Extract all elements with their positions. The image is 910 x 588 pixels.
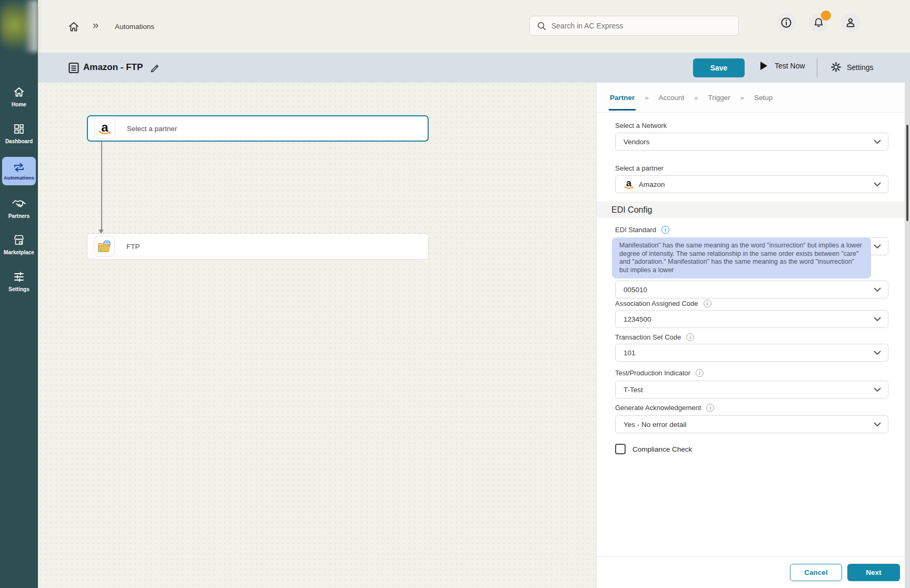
automations-swap-icon bbox=[13, 162, 25, 173]
info-icon[interactable]: i bbox=[696, 369, 704, 377]
sidebar-item-label: Home bbox=[12, 102, 26, 107]
edit-pencil-icon[interactable] bbox=[150, 63, 161, 74]
edi-standard-tooltip: Manifestation" has the same meaning as t… bbox=[612, 237, 871, 278]
compliance-checkbox[interactable] bbox=[615, 444, 626, 454]
page-title: Amazon - FTP bbox=[83, 62, 143, 73]
notifications-button[interactable] bbox=[808, 13, 828, 33]
test-now-button[interactable]: Test Now bbox=[760, 62, 805, 70]
edi-version-select[interactable]: 005010 bbox=[615, 281, 888, 298]
step-separator-icon: » bbox=[740, 94, 744, 102]
gear-icon bbox=[830, 62, 842, 73]
chevron-down-icon bbox=[874, 139, 881, 144]
global-search[interactable] bbox=[529, 16, 739, 36]
app-logo bbox=[0, 0, 38, 52]
sidebar-item-settings[interactable]: Settings bbox=[0, 271, 38, 292]
chevron-down-icon bbox=[874, 317, 881, 322]
chevron-down-icon bbox=[874, 351, 881, 355]
info-icon[interactable]: i bbox=[704, 300, 711, 307]
automation-settings-button[interactable]: Settings bbox=[830, 62, 874, 73]
home-icon bbox=[67, 21, 80, 33]
sidebar-item-label: Settings bbox=[8, 286, 29, 292]
transaction-set-code-label: Transaction Set Code i bbox=[615, 333, 694, 341]
generate-acknowledgement-select[interactable]: Yes - No error detail bbox=[615, 415, 888, 433]
home-icon bbox=[13, 86, 25, 98]
info-icon bbox=[780, 16, 793, 29]
breadcrumb-home-button[interactable] bbox=[67, 21, 80, 35]
panel-scrollbar[interactable] bbox=[905, 83, 910, 588]
sidebar-item-label: Partners bbox=[8, 213, 30, 219]
save-button[interactable]: Save bbox=[693, 58, 745, 77]
step-separator-icon: » bbox=[645, 94, 648, 102]
sidebar-item-home[interactable]: Home bbox=[0, 86, 38, 107]
edi-standard-label: EDI Standard i bbox=[615, 226, 669, 234]
sidebar-item-label: Dashboard bbox=[5, 138, 33, 144]
sidebar-item-label: Automations bbox=[4, 175, 34, 181]
network-label: Select a Network bbox=[615, 122, 667, 129]
network-select[interactable]: Vendors bbox=[615, 133, 888, 151]
tab-account[interactable]: Account bbox=[659, 94, 685, 102]
account-button[interactable] bbox=[840, 13, 860, 33]
notification-badge bbox=[821, 11, 831, 21]
transaction-set-code-select[interactable]: 101 bbox=[615, 344, 888, 362]
tab-trigger[interactable]: Trigger bbox=[708, 94, 730, 102]
step-separator-icon: » bbox=[694, 94, 698, 102]
sidebar: Home Dashboard Automations Partners bbox=[0, 0, 38, 588]
workflow-canvas[interactable]: a Select a partner FTP bbox=[38, 83, 596, 588]
association-code-select[interactable]: 1234500 bbox=[615, 310, 888, 328]
next-button[interactable]: Next bbox=[847, 564, 900, 581]
partner-node[interactable]: a Select a partner bbox=[87, 115, 429, 142]
compliance-check-row: Compliance Check bbox=[615, 444, 692, 454]
test-production-indicator-select[interactable]: T-Test bbox=[615, 381, 888, 398]
ftp-folder-icon bbox=[94, 236, 115, 257]
info-icon[interactable]: i bbox=[661, 226, 669, 234]
breadcrumb[interactable]: Automations bbox=[115, 23, 154, 31]
chevrons-right-icon[interactable]: » bbox=[93, 19, 98, 31]
search-icon bbox=[537, 21, 547, 31]
chevron-down-icon bbox=[874, 182, 881, 187]
document-icon bbox=[67, 62, 80, 74]
chevron-down-icon bbox=[874, 287, 881, 292]
settings-label: Settings bbox=[847, 63, 874, 72]
cancel-button[interactable]: Cancel bbox=[790, 564, 842, 581]
info-icon[interactable]: i bbox=[686, 333, 694, 341]
handshake-icon bbox=[12, 197, 26, 210]
help-info-button[interactable] bbox=[776, 13, 796, 33]
amazon-icon: a bbox=[624, 178, 634, 191]
test-now-label: Test Now bbox=[775, 62, 805, 70]
edi-config-section-header: EDI Config bbox=[597, 202, 905, 218]
chevron-down-icon bbox=[874, 422, 881, 427]
config-panel: Partner » Account » Trigger » Setup Sele… bbox=[596, 83, 910, 588]
storefront-icon bbox=[13, 234, 25, 246]
wizard-steps: Partner » Account » Trigger » Setup bbox=[597, 83, 905, 113]
sidebar-item-dashboard[interactable]: Dashboard bbox=[0, 123, 38, 144]
dashboard-icon bbox=[13, 123, 25, 135]
toolbar-divider bbox=[817, 58, 817, 77]
ftp-node[interactable]: FTP bbox=[87, 233, 429, 260]
tab-setup[interactable]: Setup bbox=[754, 94, 773, 102]
chevron-down-icon bbox=[874, 387, 881, 392]
node-label: Select a partner bbox=[127, 125, 177, 133]
sidebar-item-partners[interactable]: Partners bbox=[0, 197, 38, 219]
amazon-icon: a bbox=[94, 118, 115, 139]
play-icon bbox=[760, 62, 767, 70]
info-icon[interactable]: i bbox=[706, 404, 714, 412]
search-input[interactable] bbox=[551, 22, 725, 30]
connector-line bbox=[101, 142, 102, 230]
compliance-checkbox-label: Compliance Check bbox=[632, 445, 692, 453]
association-code-label: Association Assigned Code i bbox=[615, 300, 711, 307]
panel-footer: Cancel Next bbox=[597, 556, 905, 588]
sliders-icon bbox=[13, 271, 25, 283]
tab-partner[interactable]: Partner bbox=[610, 94, 635, 102]
node-label: FTP bbox=[126, 243, 140, 251]
scrollbar-thumb[interactable] bbox=[906, 125, 908, 221]
top-bar: » Automations bbox=[38, 0, 910, 53]
chevron-down-icon bbox=[874, 244, 881, 249]
partner-label: Select a partner bbox=[615, 164, 664, 172]
automation-title-bar: Amazon - FTP Save Test Now Settings bbox=[38, 53, 910, 83]
test-production-indicator-label: Test/Production Indicator i bbox=[615, 369, 704, 377]
sidebar-item-automations[interactable]: Automations bbox=[2, 157, 36, 185]
partner-select[interactable]: a Amazon bbox=[615, 175, 888, 193]
sidebar-item-marketplace[interactable]: Marketplace bbox=[0, 234, 38, 255]
user-icon bbox=[844, 16, 857, 29]
generate-acknowledgement-label: Generate Acknowledgement i bbox=[615, 404, 714, 412]
